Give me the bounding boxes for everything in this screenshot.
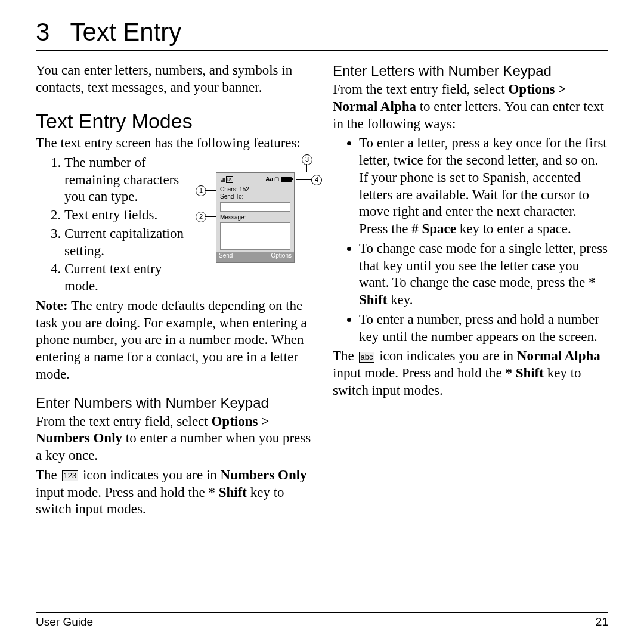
callout-4-lead: [296, 179, 312, 181]
battery-icon: [281, 177, 292, 182]
callout-3: 3: [302, 154, 312, 165]
feature-4: Current text entry mode.: [64, 261, 311, 295]
softkey-right: Options: [271, 252, 292, 262]
send-to-field: [220, 202, 290, 212]
phone-softkeys: Send Options: [216, 252, 294, 262]
note-paragraph: Note: The entry mode defaults depending …: [36, 298, 311, 383]
letters-bullets: To enter a letter, press a key once for …: [333, 135, 608, 345]
send-to-label: Send To:: [216, 193, 294, 201]
right-column: Enter Letters with Number Keypad From th…: [333, 62, 608, 521]
callout-3-lead: [306, 164, 308, 172]
section-heading-letters: Enter Letters with Number Keypad: [333, 62, 608, 80]
phone-statusbar: IX Aa▢: [216, 173, 294, 186]
note-text: The entry mode defaults depending on the…: [36, 298, 307, 382]
chapter-title: 3 Text Entry: [36, 18, 608, 47]
feature-2: Text entry fields.: [64, 207, 208, 224]
numbers-mode-icon: 123: [62, 470, 79, 481]
letters-bullet-1: To enter a letter, press a key once for …: [359, 135, 608, 238]
phone-diagram: 3 4 1 2 IX Aa▢ Chars: 152 Send To:: [192, 157, 311, 264]
softkey-left: Send: [219, 252, 233, 262]
section-heading-numbers: Enter Numbers with Number Keypad: [36, 394, 311, 412]
intro-text: You can enter letters, numbers, and symb…: [36, 62, 311, 97]
modes-leadin: The text entry screen has the following …: [36, 135, 311, 152]
chars-label: Chars: 152: [216, 186, 294, 194]
footer-page-number: 21: [596, 615, 608, 628]
message-label: Message:: [216, 214, 294, 222]
left-column: You can enter letters, numbers, and symb…: [36, 62, 311, 521]
footer-left: User Guide: [36, 615, 93, 628]
chapter-number: 3: [36, 18, 49, 46]
note-label: Note:: [36, 298, 68, 313]
mode-indicator-icon: ▢: [274, 176, 280, 182]
signal-icon: [219, 177, 225, 182]
numbers-p2: The 123 icon indicates you are in Number…: [36, 467, 311, 518]
chapter-name: Text Entry: [70, 18, 182, 46]
feature-1: The number of remaining characters you c…: [64, 154, 208, 206]
footer-rule: [36, 612, 608, 613]
callout-4: 4: [311, 175, 322, 185]
phone-screen: IX Aa▢ Chars: 152 Send To: Message: Send…: [216, 172, 295, 263]
ix-icon: IX: [226, 176, 233, 183]
case-indicator: Aa: [265, 176, 273, 184]
callout-1-lead: [205, 190, 216, 191]
page-footer: User Guide 21: [36, 612, 608, 628]
section-heading-modes: Text Entry Modes: [36, 109, 311, 134]
message-field: [220, 222, 290, 250]
callout-2-lead: [205, 216, 216, 218]
letters-bullet-2: To change case mode for a single letter,…: [359, 240, 608, 309]
title-rule: [36, 50, 608, 51]
numbers-p1: From the text entry field, select Option…: [36, 413, 311, 465]
letters-bullet-3: To enter a number, press and hold a numb…: [359, 311, 608, 346]
feature-3: Current capitalization setting.: [64, 225, 208, 260]
letters-p1: From the text entry field, select Option…: [333, 81, 608, 132]
letters-p2: The abc icon indicates you are in Normal…: [333, 348, 608, 399]
alpha-mode-icon: abc: [359, 352, 375, 363]
